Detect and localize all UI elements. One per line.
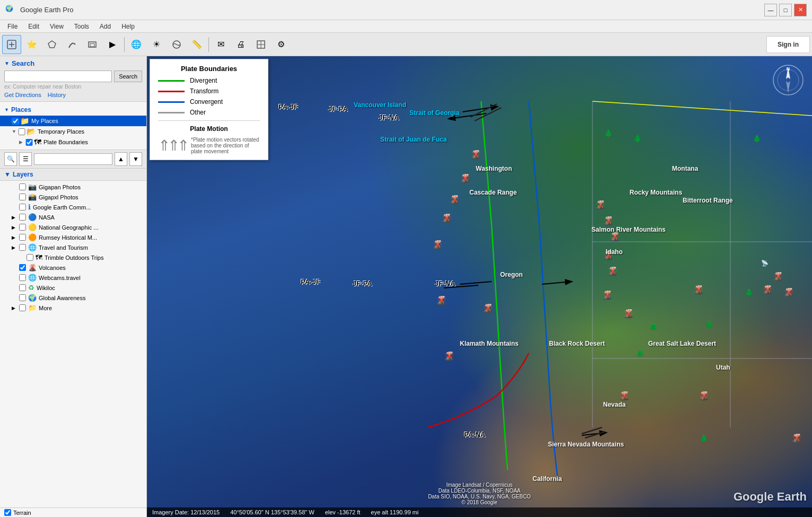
record-tour-button[interactable]: ▶ — [103, 35, 122, 54]
menu-bar: File Edit View Tools Add Help — [0, 20, 812, 33]
wikiloc-item[interactable]: ♻ Wikiloc — [0, 283, 146, 293]
ruler-button[interactable]: 📏 — [187, 35, 206, 54]
travel-tourism-item[interactable]: ▶ 🌐 Travel and Tourism — [0, 242, 146, 252]
minimize-button[interactable]: — — [764, 4, 777, 16]
nasa-item[interactable]: ▶ 🔵 NASA — [0, 212, 146, 222]
terrain-item[interactable]: Terrain — [0, 507, 146, 517]
svg-rect-5 — [90, 43, 94, 47]
google-earth-comm-icon: ℹ — [28, 203, 31, 211]
nasa-checkbox[interactable] — [19, 214, 26, 221]
search-ctrl-button[interactable]: 🔍 — [4, 152, 17, 166]
temporary-places-checkbox[interactable] — [18, 128, 25, 135]
legend-transform: Transform — [158, 87, 260, 95]
imagery-date: Imagery Date: 12/13/2015 — [152, 509, 220, 515]
list-ctrl-button[interactable]: ☰ — [19, 152, 32, 166]
menu-tools[interactable]: Tools — [69, 22, 94, 31]
rumsey-historical-checkbox[interactable] — [19, 234, 26, 241]
search-input[interactable] — [4, 71, 112, 82]
trimble-outdoors-checkbox[interactable] — [27, 254, 33, 261]
search-header[interactable]: ▼ Search — [4, 59, 142, 67]
webcams-travel-item[interactable]: 🌐 Webcams.travel — [0, 273, 146, 283]
menu-add[interactable]: Add — [94, 22, 116, 31]
legend-motion-note: *Plate motion vectors rotated based on t… — [191, 137, 260, 154]
legend-divider — [158, 120, 260, 121]
polygon-button[interactable] — [42, 35, 62, 54]
gigapan-photos-checkbox[interactable] — [19, 183, 26, 190]
google-earth-comm-item[interactable]: ℹ Google Earth Comm... — [0, 202, 146, 212]
email-button[interactable]: ✉ — [211, 35, 230, 54]
li-expand: ▶ — [12, 305, 19, 311]
app-title: Google Earth Pro — [20, 6, 73, 14]
volcanoes-icon: 🌋 — [28, 264, 37, 271]
search-input-row: Search — [4, 71, 142, 82]
up-ctrl-button[interactable]: ▲ — [115, 152, 127, 166]
map-area[interactable]: Plate Boundaries Divergent Transform Con… — [147, 56, 812, 517]
webcams-travel-label: Webcams.travel — [39, 275, 81, 281]
terrain-checkbox[interactable] — [4, 509, 11, 516]
close-button[interactable]: ✕ — [794, 4, 807, 16]
more-checkbox[interactable] — [19, 304, 26, 311]
global-awareness-item[interactable]: 🌍 Global Awareness — [0, 293, 146, 303]
plate-boundaries-item[interactable]: ▶ 🗺 Plate Boundaries — [0, 137, 146, 147]
more-item[interactable]: ▶ 📁 More — [0, 303, 146, 313]
temporary-places-label: Temporary Places — [38, 128, 84, 135]
gigapan-photos-item[interactable]: 📷 Gigapan Photos — [0, 182, 146, 192]
coordinates: 40°50'05.60" N 135°53'39.58" W — [230, 509, 314, 515]
my-places-item[interactable]: 📁 My Places — [0, 116, 146, 126]
temporary-expand: ▼ — [12, 129, 18, 134]
gigapxl-photos-checkbox[interactable] — [19, 194, 26, 200]
national-geographic-item[interactable]: ▶ 🟡 National Geographic ... — [0, 222, 146, 232]
layers-scroll[interactable]: 📷 Gigapan Photos 📸 Gigapxl Photos — [0, 181, 146, 507]
webcams-travel-checkbox[interactable] — [19, 274, 26, 281]
search-button[interactable]: Search — [114, 71, 142, 82]
national-geographic-icon: 🟡 — [28, 223, 37, 231]
image-overlay-button[interactable] — [83, 35, 102, 54]
sign-in-button[interactable]: Sign in — [766, 36, 810, 53]
trimble-outdoors-icon: 🗺 — [36, 253, 42, 261]
google-earth-comm-checkbox[interactable] — [19, 204, 26, 211]
menu-view[interactable]: View — [45, 22, 69, 31]
gigapxl-photos-item[interactable]: 📸 Gigapxl Photos — [0, 192, 146, 202]
menu-edit[interactable]: Edit — [23, 22, 45, 31]
print-button[interactable]: 🖨 — [231, 35, 250, 54]
get-directions-link[interactable]: Get Directions — [4, 92, 41, 98]
menu-file[interactable]: File — [2, 22, 23, 31]
search-hint: ex: Computer repair near Boston — [4, 84, 142, 90]
sun-button[interactable]: ☀ — [147, 35, 166, 54]
legend-title: Plate Boundaries — [158, 65, 260, 73]
national-geographic-checkbox[interactable] — [19, 224, 26, 231]
svg-marker-28 — [786, 81, 790, 93]
volcanoes-item[interactable]: 🌋 Volcanoes — [0, 262, 146, 273]
path-button[interactable] — [63, 35, 82, 54]
convergent-line — [158, 101, 185, 103]
content-area: ▼ Search Search ex: Computer repair near… — [0, 56, 812, 517]
layers-header[interactable]: ▼ Layers — [0, 169, 146, 181]
places-header[interactable]: ▼ Places — [0, 104, 146, 116]
nasa-icon: 🔵 — [28, 213, 37, 221]
ocean-button[interactable] — [167, 35, 186, 54]
wikiloc-icon: ♻ — [28, 284, 34, 292]
global-awareness-checkbox[interactable] — [19, 294, 26, 301]
down-ctrl-button[interactable]: ▼ — [129, 152, 142, 166]
rumsey-historical-item[interactable]: ▶ 🟠 Rumsey Historical M... — [0, 232, 146, 242]
volcanoes-checkbox[interactable] — [19, 264, 26, 271]
my-places-checkbox[interactable] — [12, 118, 19, 125]
plate-boundaries-checkbox[interactable] — [25, 139, 33, 146]
nav-mode-button[interactable] — [2, 35, 21, 54]
travel-tourism-checkbox[interactable] — [19, 244, 26, 251]
app-icon: 🌍 — [5, 5, 16, 15]
placemark-button[interactable]: ⭐ — [22, 35, 41, 54]
map-type-button[interactable] — [251, 35, 270, 54]
maximize-button[interactable]: □ — [779, 4, 792, 16]
wikiloc-checkbox[interactable] — [19, 284, 26, 291]
settings-button[interactable]: ⚙ — [272, 35, 291, 54]
globe-button[interactable]: 🌐 — [127, 35, 146, 54]
places-triangle: ▼ — [4, 107, 9, 112]
search-controls: 🔍 ☰ ▲ ▼ — [0, 150, 146, 169]
menu-help[interactable]: Help — [116, 22, 140, 31]
places-section: ▼ Places 📁 My Places ▼ 📂 Temporary Pla — [0, 102, 146, 150]
history-link[interactable]: History — [48, 92, 66, 98]
temporary-places-item[interactable]: ▼ 📂 Temporary Places — [0, 126, 146, 137]
trimble-outdoors-item[interactable]: 🗺 Trimble Outdoors Trips — [0, 252, 146, 262]
search-ctrl-input[interactable] — [34, 153, 112, 165]
